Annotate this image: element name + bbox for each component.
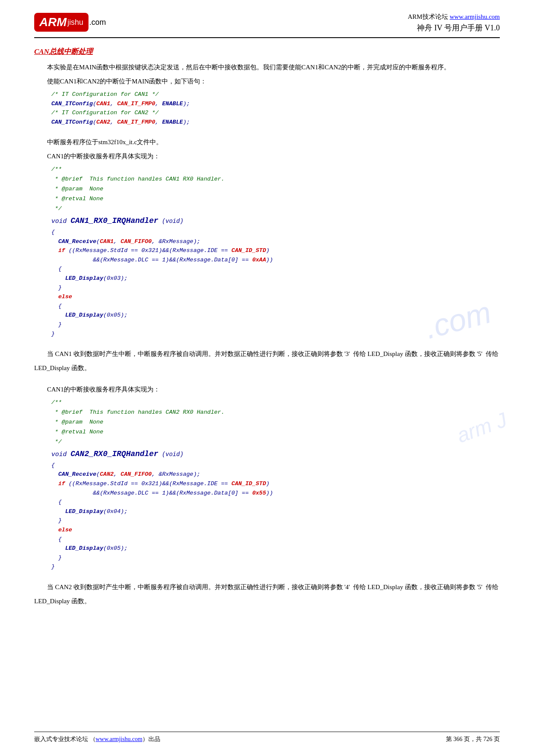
comment-can2: /** * @brief This function handles CAN2 … [51, 398, 500, 447]
func-sig-can2: void CAN2_RX0_IRQHandler (void) [51, 450, 500, 458]
code-can2: { CAN_Receive(CAN2, CAN_FIFO0, &RxMessag… [51, 461, 500, 572]
code-can1: { CAN_Receive(CAN1, CAN_FIFO0, &RxMessag… [51, 228, 500, 338]
logo-box: ARM jishu [34, 13, 89, 32]
para5-line2: LED_Display 函数。 [34, 362, 500, 374]
header-right: ARM技术论坛 www.armjishu.com 神舟 IV 号用户手册 V1.… [408, 13, 500, 33]
header-site: ARM技术论坛 www.armjishu.com [408, 13, 500, 21]
site-url[interactable]: www.armjishu.com [450, 13, 500, 20]
para5-line1: 当 CAN1 收到数据时产生中断，中断服务程序被自动调用。并对数据正确性进行判断… [34, 348, 500, 360]
para1: 本实验是在MAIN函数中根据按键状态决定发送，然后在中断中接收数据包。我们需要使… [34, 62, 500, 73]
site-label: ARM技术论坛 [408, 13, 448, 20]
logo-com: .com [89, 18, 106, 27]
para7-line1: 当 CAN2 收到数据时产生中断，中断服务程序被自动调用。并对数据正确性进行判断… [34, 581, 500, 593]
section-heading: CAN总线中断处理 [34, 47, 500, 56]
para4: CAN1的中断接收服务程序具体实现为： [34, 151, 500, 162]
header-doc-title: 神舟 IV 号用户手册 V1.0 [408, 23, 500, 33]
footer-link[interactable]: www.armjishu.com [96, 736, 143, 742]
para7-line2: LED_Display 函数。 [34, 596, 500, 607]
para2: 使能CAN1和CAN2的中断位于MAIN函数中，如下语句： [34, 76, 500, 87]
page: .com arm J ARM jishu .com ARM技术论坛 www.ar… [0, 0, 534, 756]
page-footer: 嵌入式专业技术论坛 （www.armjishu.com）出品 第 366 页，共… [34, 732, 500, 743]
func-name-can2: CAN2_RX0_IRQHandler [71, 450, 158, 458]
comment-can1: /** * @brief This function handles CAN1 … [51, 165, 500, 214]
code-it-config: /* IT Configuration for CAN1 */ CAN_ITCo… [51, 90, 500, 127]
logo-arm: ARM [39, 15, 67, 29]
func-sig-can1: void CAN1_RX0_IRQHandler (void) [51, 216, 500, 225]
para6: CAN1的中断接收服务程序具体实现为： [34, 384, 500, 395]
func-name-can1: CAN1_RX0_IRQHandler [71, 216, 158, 225]
logo-area: ARM jishu .com [34, 13, 106, 32]
footer-label: 嵌入式专业技术论坛 （ [34, 736, 96, 742]
para3: 中断服务程序位于stm32f10x_it.c文件中。 [34, 136, 500, 148]
footer-right: ）出品 [142, 736, 160, 742]
logo-jishu: jishu [68, 18, 83, 27]
func-param-can1: (void) [158, 218, 183, 225]
footer-left: 嵌入式专业技术论坛 （www.armjishu.com）出品 [34, 735, 160, 743]
footer-page-info: 第 366 页，共 726 页 [446, 735, 500, 743]
func-param-can2: (void) [158, 451, 183, 458]
page-header: ARM jishu .com ARM技术论坛 www.armjishu.com … [34, 13, 500, 38]
